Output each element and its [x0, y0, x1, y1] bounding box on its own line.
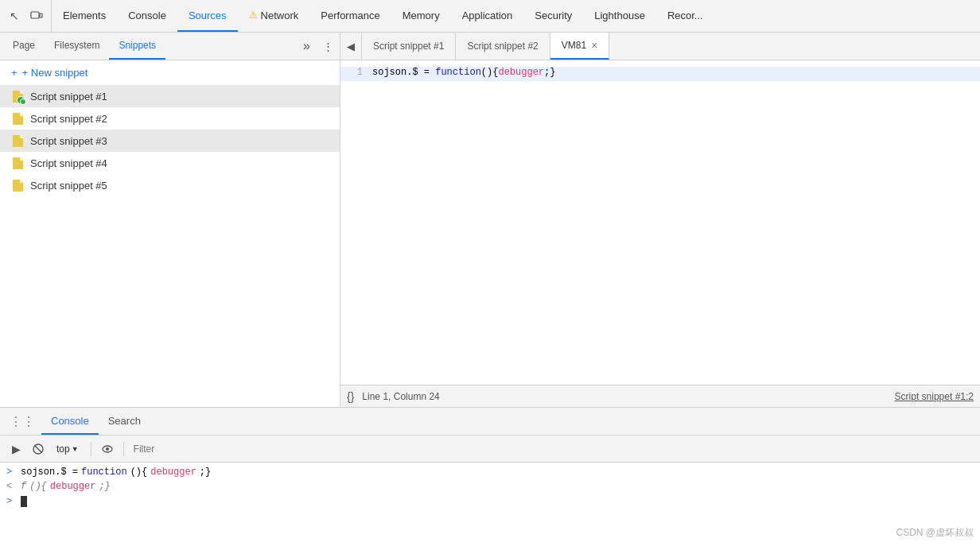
snippet-icon-1 — [11, 90, 24, 103]
snippet-icon-5 — [11, 179, 24, 192]
input-arrow-icon: < — [6, 481, 18, 492]
line-content[interactable]: sojson.$ = function(){debugger;} — [372, 67, 980, 78]
top-nav: ↖ ElementsConsoleSources⚠NetworkPerforma… — [0, 0, 980, 33]
svg-line-3 — [35, 446, 41, 452]
nav-tabs: ElementsConsoleSources⚠NetworkPerformanc… — [52, 0, 714, 32]
snippet-file-icon — [13, 180, 23, 192]
format-icon[interactable]: {} — [347, 390, 354, 403]
drag-handle[interactable]: ⋮⋮ — [3, 414, 41, 429]
sidebar-tab-snippets[interactable]: Snippets — [109, 33, 165, 60]
editor-area: ◀ Script snippet #1Script snippet #2VM81… — [340, 33, 980, 407]
snippet-item-1[interactable]: Script snippet #1 — [0, 85, 340, 107]
nav-tab-sources[interactable]: Sources — [177, 0, 238, 32]
nav-tab-recorder[interactable]: Recor... — [656, 0, 714, 32]
snippet-file-icon — [13, 113, 23, 125]
snippet-label: Script snippet #2 — [30, 113, 107, 125]
snippet-link[interactable]: Script snippet #1:2 — [895, 391, 974, 402]
cursor-arrow: > — [6, 496, 18, 507]
code-editor[interactable]: 1sojson.$ = function(){debugger;} — [340, 60, 980, 385]
nav-tab-label: Console — [128, 10, 166, 21]
nav-tab-application[interactable]: Application — [451, 0, 524, 32]
nav-tab-label: Network — [261, 10, 299, 21]
svg-rect-0 — [31, 12, 39, 18]
sidebar-tab-page[interactable]: Page — [3, 33, 45, 60]
sidebar-tabs: PageFilesystemSnippets » ⋮ — [0, 33, 340, 60]
console-tab-console[interactable]: Console — [41, 408, 99, 435]
plus-icon: + — [11, 67, 18, 79]
nav-tab-memory[interactable]: Memory — [391, 0, 451, 32]
nav-tab-label: Security — [535, 10, 572, 21]
snippet-file-icon — [13, 135, 23, 147]
editor-tab-label: Script snippet #2 — [467, 41, 538, 52]
top-selector[interactable]: top ▼ — [51, 441, 84, 457]
snippet-icon-2 — [11, 112, 24, 125]
snippet-label: Script snippet #3 — [30, 135, 107, 147]
new-snippet-button[interactable]: + + New snippet — [0, 60, 340, 85]
nav-tab-network[interactable]: ⚠Network — [238, 0, 310, 32]
console-line: <f (){debugger;} — [6, 480, 974, 494]
cursor-icon[interactable]: ↖ — [5, 6, 24, 25]
console-output: >sojson.$ = function(){debugger;}<f (){d… — [0, 463, 980, 546]
nav-tab-lighthouse[interactable]: Lighthouse — [583, 0, 656, 32]
console-token: function — [81, 467, 127, 478]
top-chevron-icon: ▼ — [72, 445, 79, 453]
nav-tab-elements[interactable]: Elements — [52, 0, 117, 32]
snippet-label: Script snippet #5 — [30, 180, 107, 192]
new-snippet-label: + New snippet — [22, 67, 88, 79]
snippet-label: Script snippet #4 — [30, 157, 107, 169]
status-bar: {} Line 1, Column 24 Script snippet #1:2 — [340, 385, 980, 407]
nav-tab-label: Lighthouse — [594, 10, 645, 21]
nav-tab-console[interactable]: Console — [117, 0, 177, 32]
device-icon[interactable] — [27, 6, 46, 25]
play-button[interactable]: ▶ — [6, 440, 25, 459]
sidebar-more-btn[interactable]: » — [297, 39, 317, 53]
snippet-item-2[interactable]: Script snippet #2 — [0, 107, 340, 130]
console-line: >sojson.$ = function(){debugger;} — [6, 466, 974, 480]
bottom-console: ⋮⋮ ConsoleSearch ▶ top ▼ >sojson.$ = fun… — [0, 407, 980, 546]
snippet-item-3[interactable]: Script snippet #3 — [0, 130, 340, 152]
nav-tab-label: Sources — [189, 10, 227, 21]
code-token: function — [435, 67, 481, 78]
upper-section: PageFilesystemSnippets » ⋮ + + New snipp… — [0, 33, 980, 407]
eye-button[interactable] — [98, 440, 117, 459]
snippet-item-5[interactable]: Script snippet #5 — [0, 174, 340, 196]
editor-tab-label: Script snippet #1 — [373, 41, 444, 52]
snippet-label: Script snippet #1 — [30, 91, 107, 103]
snippet-item-4[interactable]: Script snippet #4 — [0, 152, 340, 174]
editor-tab-label: VM81 — [562, 40, 586, 51]
console-filter-input[interactable] — [130, 442, 974, 456]
console-token: (){ — [29, 481, 47, 492]
stop-button[interactable] — [29, 440, 48, 459]
snippet-icon-4 — [11, 157, 24, 169]
editor-tab-snippet1[interactable]: Script snippet #1 — [362, 33, 456, 60]
cursor-blink — [21, 496, 27, 507]
nav-tab-label: Memory — [402, 10, 440, 21]
console-tab-search[interactable]: Search — [99, 408, 150, 435]
snippet-icon-3 — [11, 134, 24, 147]
editor-tabs: ◀ Script snippet #1Script snippet #2VM81… — [340, 33, 980, 60]
nav-tab-performance[interactable]: Performance — [309, 0, 391, 32]
nav-tab-label: Elements — [63, 10, 106, 21]
toolbar-divider2 — [123, 442, 124, 456]
editor-tab-snippet2[interactable]: Script snippet #2 — [456, 33, 550, 60]
nav-tab-security[interactable]: Security — [523, 0, 583, 32]
toolbar-divider — [91, 442, 91, 456]
sidebar-menu-btn[interactable]: ⋮ — [320, 41, 336, 52]
snippet-file-icon — [13, 157, 23, 169]
nav-tab-label: Application — [462, 10, 513, 21]
code-token: debugger — [498, 67, 544, 78]
code-line-1: 1sojson.$ = function(){debugger;} — [340, 67, 980, 81]
watermark: CSDN @虚坏叔叔 — [896, 526, 974, 540]
tab-close-icon[interactable]: × — [591, 39, 597, 52]
cursor-position: Line 1, Column 24 — [362, 391, 894, 402]
console-token: debugger — [150, 467, 196, 478]
sidebar-tab-filesystem[interactable]: Filesystem — [45, 33, 109, 60]
console-token: debugger — [50, 481, 96, 492]
top-label: top — [56, 443, 70, 455]
nav-tab-label: Performance — [321, 10, 379, 21]
sidebar-content: + + New snippet Script snippet #1Script … — [0, 60, 340, 407]
console-toolbar: ▶ top ▼ — [0, 436, 980, 463]
editor-tab-vm81[interactable]: VM81× — [550, 33, 610, 60]
editor-tabs-toggle[interactable]: ◀ — [340, 33, 362, 60]
console-token: ;} — [99, 481, 110, 492]
